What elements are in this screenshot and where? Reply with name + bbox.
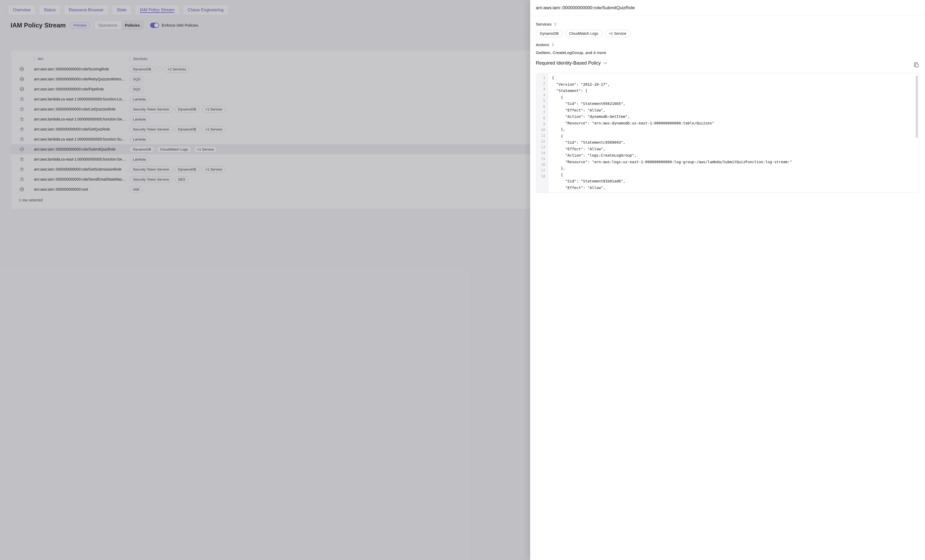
code-gutter: 123456789101112131415161718 bbox=[536, 73, 548, 193]
services-label: Services bbox=[536, 22, 551, 27]
policy-code: 123456789101112131415161718 { "Version":… bbox=[536, 73, 919, 193]
service-pill[interactable]: CloudWatch Logs bbox=[565, 30, 602, 37]
scrollbar-thumb[interactable] bbox=[916, 76, 918, 138]
services-section-header[interactable]: Services bbox=[536, 22, 919, 27]
actions-summary: GetItem, CreateLogGroup, and 4 more bbox=[536, 50, 919, 55]
chevron-down-icon bbox=[604, 62, 607, 65]
policy-heading: Required Identity-Based Policy bbox=[536, 60, 601, 66]
details-panel: arn:aws:iam::000000000000:role/SubmitQui… bbox=[530, 0, 925, 560]
panel-title: arn:aws:iam::000000000000:role/SubmitQui… bbox=[530, 0, 925, 16]
actions-section-header[interactable]: Actions bbox=[536, 42, 919, 47]
service-pill[interactable]: +1 Service bbox=[605, 30, 630, 37]
chevron-right-icon bbox=[552, 43, 554, 47]
svg-rect-10 bbox=[915, 64, 918, 67]
copy-button[interactable] bbox=[913, 62, 919, 68]
policy-section-header[interactable]: Required Identity-Based Policy bbox=[536, 60, 607, 66]
chevron-right-icon bbox=[554, 23, 557, 26]
code-content[interactable]: { "Version": "2012-10-17", "Statement": … bbox=[548, 73, 919, 193]
service-pill[interactable]: DynamoDB bbox=[536, 30, 563, 37]
actions-label: Actions bbox=[536, 42, 550, 47]
